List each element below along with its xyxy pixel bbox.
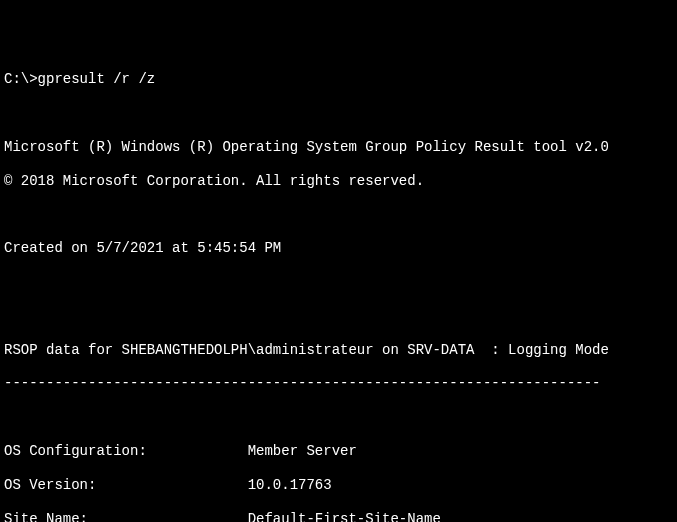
command-line: C:\>gpresult /r /z xyxy=(4,71,673,88)
blank-line xyxy=(4,308,673,325)
tool-header: Microsoft (R) Windows (R) Operating Syst… xyxy=(4,139,673,156)
copyright-line: © 2018 Microsoft Corporation. All rights… xyxy=(4,173,673,190)
os-version-line: OS Version: 10.0.17763 xyxy=(4,477,673,494)
command-text: gpresult /r /z xyxy=(38,71,156,87)
blank-line xyxy=(4,105,673,122)
os-config-line: OS Configuration: Member Server xyxy=(4,443,673,460)
blank-line xyxy=(4,409,673,426)
blank-line xyxy=(4,206,673,223)
site-name-line: Site Name: Default-First-Site-Name xyxy=(4,511,673,522)
created-on-line: Created on ‎5/‎7/‎2021 at 5:45:54 PM xyxy=(4,240,673,257)
blank-line xyxy=(4,274,673,291)
prompt: C:\> xyxy=(4,71,38,87)
rsop-header: RSOP data for SHEBANGTHEDOLPH\administra… xyxy=(4,342,673,359)
divider-line: ----------------------------------------… xyxy=(4,375,673,392)
